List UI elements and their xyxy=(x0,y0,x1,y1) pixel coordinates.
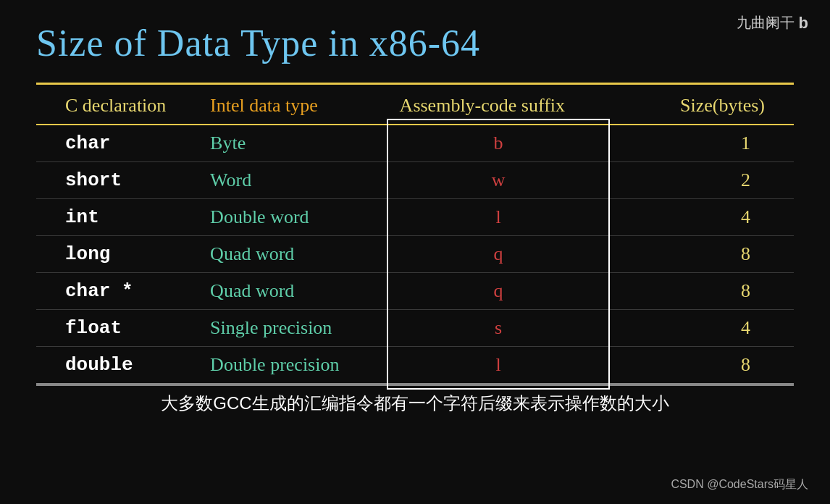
cell-intel: Single precision xyxy=(203,310,393,347)
cell-asm: q xyxy=(393,236,605,273)
cell-intel: Word xyxy=(203,162,393,199)
page-title: Size of Data Type in x86-64 xyxy=(36,22,794,64)
table-row: doubleDouble precisionl8 xyxy=(36,347,794,385)
watermark-text: 九曲阑干 xyxy=(737,13,795,33)
cell-cdecl: int xyxy=(36,199,203,236)
table-row: shortWordw2 xyxy=(36,162,794,199)
table-body: charByteb1shortWordw2intDouble wordl4lon… xyxy=(36,125,794,384)
footer-text: 大多数GCC生成的汇编指令都有一个字符后缀来表示操作数的大小 xyxy=(36,392,794,415)
cell-size: 4 xyxy=(604,310,794,347)
cell-cdecl: short xyxy=(36,162,203,199)
table-row: longQuad wordq8 xyxy=(36,236,794,273)
table-header-row: C declaration Intel data type Assembly-c… xyxy=(36,85,794,125)
table-row: charByteb1 xyxy=(36,125,794,162)
cell-cdecl: float xyxy=(36,310,203,347)
watermark-icon: b xyxy=(799,14,808,33)
cell-cdecl: long xyxy=(36,236,203,273)
data-table-container: C declaration Intel data type Assembly-c… xyxy=(36,85,794,385)
watermark: 九曲阑干 b xyxy=(737,13,808,33)
cell-intel: Double word xyxy=(203,199,393,236)
cell-intel: Quad word xyxy=(203,236,393,273)
attribution: CSDN @CodeStars码星人 xyxy=(671,477,808,492)
data-table: C declaration Intel data type Assembly-c… xyxy=(36,85,794,385)
cell-size: 4 xyxy=(604,199,794,236)
cell-asm: s xyxy=(393,310,605,347)
cell-size: 8 xyxy=(604,347,794,385)
header-size: Size(bytes) xyxy=(604,85,794,125)
cell-cdecl: char * xyxy=(36,273,203,310)
header-intel: Intel data type xyxy=(203,85,393,125)
footer-divider xyxy=(36,385,794,386)
slide: 九曲阑干 b Size of Data Type in x86-64 C dec… xyxy=(0,0,830,504)
cell-cdecl: char xyxy=(36,125,203,162)
cell-asm: l xyxy=(393,199,605,236)
cell-asm: l xyxy=(393,347,605,385)
cell-intel: Double precision xyxy=(203,347,393,385)
cell-asm: q xyxy=(393,273,605,310)
table-row: floatSingle precisions4 xyxy=(36,310,794,347)
table-row: char *Quad wordq8 xyxy=(36,273,794,310)
cell-size: 8 xyxy=(604,273,794,310)
cell-size: 2 xyxy=(604,162,794,199)
cell-asm: w xyxy=(393,162,605,199)
cell-cdecl: double xyxy=(36,347,203,385)
cell-size: 1 xyxy=(604,125,794,162)
cell-asm: b xyxy=(393,125,605,162)
header-asm: Assembly-code suffix xyxy=(393,85,605,125)
cell-intel: Quad word xyxy=(203,273,393,310)
cell-size: 8 xyxy=(604,236,794,273)
cell-intel: Byte xyxy=(203,125,393,162)
table-row: intDouble wordl4 xyxy=(36,199,794,236)
header-cdecl: C declaration xyxy=(36,85,203,125)
